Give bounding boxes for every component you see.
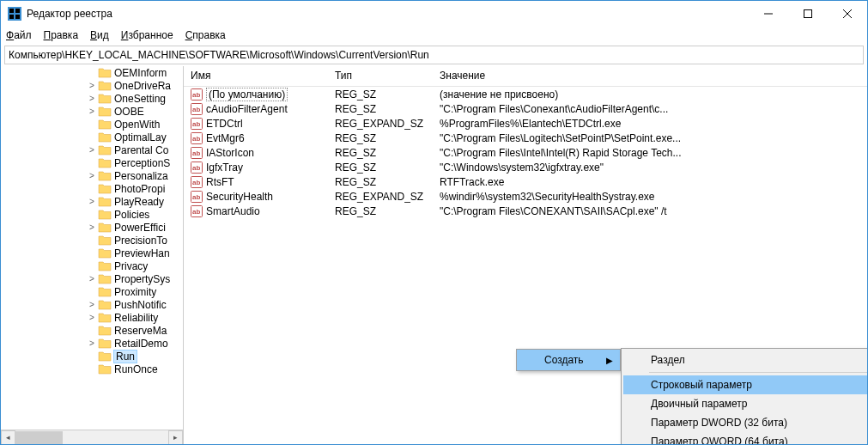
tree-item[interactable]: >PropertySys: [1, 272, 183, 285]
tree-item-label: Reliability: [114, 312, 158, 324]
cell-type: REG_SZ: [328, 205, 433, 217]
tree-item[interactable]: >OneSetting: [1, 92, 183, 105]
tree-item-label: OOBE: [114, 106, 144, 118]
tree-item-label: PrecisionTo: [114, 235, 167, 247]
minimize-button[interactable]: [749, 1, 788, 27]
cell-value: "C:\Program Files\Conexant\cAudioFilterA…: [433, 103, 867, 115]
ctx2-item[interactable]: Раздел: [623, 351, 867, 369]
folder-icon: [98, 93, 112, 104]
tree-item[interactable]: PerceptionS: [1, 156, 183, 169]
tree-item[interactable]: >RetailDemo: [1, 337, 183, 350]
tree-item[interactable]: >PlayReady: [1, 195, 183, 208]
maximize-button[interactable]: [788, 1, 828, 27]
chevron-right-icon[interactable]: >: [87, 274, 97, 283]
folder-icon: [98, 312, 112, 323]
menu-favorites[interactable]: Избранное: [121, 29, 173, 41]
tree-item[interactable]: OptimalLay: [1, 131, 183, 143]
tree-item[interactable]: >OOBE: [1, 105, 183, 118]
context-menu-2: РазделСтроковый параметрДвоичный парамет…: [621, 348, 867, 444]
menu-file[interactable]: Файл: [6, 29, 32, 41]
cell-type: REG_EXPAND_SZ: [328, 118, 433, 130]
folder-icon: [98, 299, 112, 310]
folder-icon: [98, 273, 112, 284]
tree-item[interactable]: >OneDriveRa: [1, 79, 183, 92]
tree-item[interactable]: PhotoPropi: [1, 182, 183, 195]
chevron-right-icon[interactable]: >: [87, 145, 97, 155]
ctx2-item[interactable]: Двоичный параметр: [623, 394, 867, 413]
close-button[interactable]: [828, 1, 867, 27]
menu-view[interactable]: Вид: [90, 29, 109, 41]
menu-edit[interactable]: Правка: [44, 29, 79, 41]
col-name[interactable]: Имя: [184, 66, 328, 86]
row-name: EvtMgr6: [206, 132, 245, 144]
row-name: IAStorIcon: [206, 147, 254, 159]
address-bar[interactable]: Компьютер\HKEY_LOCAL_MACHINE\SOFTWARE\Mi…: [4, 46, 864, 64]
chevron-right-icon[interactable]: >: [87, 81, 97, 90]
chevron-right-icon[interactable]: >: [87, 338, 97, 348]
chevron-right-icon[interactable]: >: [87, 171, 97, 180]
table-row[interactable]: cAudioFilterAgentREG_SZ"C:\Program Files…: [184, 101, 867, 116]
table-row[interactable]: RtsFTREG_SZRTFTrack.exe: [184, 174, 867, 189]
scroll-track[interactable]: [15, 430, 168, 445]
table-row[interactable]: EvtMgr6REG_SZ"C:\Program Files\Logitech\…: [184, 131, 867, 145]
ctx2-item[interactable]: Строковый параметр: [623, 375, 867, 394]
tree-item[interactable]: RunOnce: [1, 363, 183, 375]
col-value[interactable]: Значение: [433, 66, 867, 86]
tree-item[interactable]: ReserveMa: [1, 324, 183, 337]
cell-type: REG_EXPAND_SZ: [328, 191, 433, 203]
ctx2-item[interactable]: Параметр QWORD (64 бита): [623, 432, 867, 444]
cell-name: SecurityHealth: [184, 191, 328, 203]
cell-type: REG_SZ: [328, 162, 433, 174]
titlebar: Редактор реестра: [1, 1, 867, 27]
scroll-right-button[interactable]: ▸: [168, 430, 183, 445]
scroll-thumb[interactable]: [15, 431, 63, 444]
chevron-right-icon[interactable]: >: [87, 197, 97, 206]
tree-item[interactable]: >PowerEffici: [1, 221, 183, 234]
tree-item[interactable]: >Personaliza: [1, 169, 183, 182]
chevron-right-icon[interactable]: >: [87, 300, 97, 309]
chevron-right-icon[interactable]: >: [87, 222, 97, 232]
tree-item[interactable]: OpenWith: [1, 118, 183, 131]
submenu-arrow-icon: ▶: [606, 356, 613, 365]
tree-item[interactable]: >Reliability: [1, 311, 183, 324]
menu-help[interactable]: Справка: [185, 29, 226, 41]
scroll-left-button[interactable]: ◂: [1, 430, 15, 445]
list-rows[interactable]: (По умолчанию)REG_SZ(значение не присвое…: [184, 87, 867, 218]
folder-icon: [98, 157, 112, 168]
tree-item[interactable]: Policies: [1, 208, 183, 221]
cell-name: RtsFT: [184, 176, 328, 188]
tree-item-label: OptimalLay: [114, 131, 167, 143]
cell-value: "C:\Windows\system32\igfxtray.exe": [433, 162, 867, 174]
tree-item-label: PreviewHan: [114, 247, 170, 259]
tree-list[interactable]: OEMInform>OneDriveRa>OneSetting>OOBEOpen…: [1, 66, 183, 430]
ctx1-create[interactable]: Создать ▶: [517, 350, 620, 370]
cell-name: EvtMgr6: [184, 132, 328, 144]
row-name: RtsFT: [206, 176, 234, 188]
table-row[interactable]: (По умолчанию)REG_SZ(значение не присвое…: [184, 87, 867, 101]
chevron-right-icon[interactable]: >: [87, 313, 97, 322]
tree-item[interactable]: OEMInform: [1, 66, 183, 79]
tree-item-label: OneDriveRa: [114, 80, 171, 92]
row-name: SecurityHealth: [206, 191, 273, 203]
tree-hscroll[interactable]: ◂ ▸: [1, 430, 183, 444]
tree-item[interactable]: Proximity: [1, 285, 183, 298]
tree-item-label: Personaliza: [114, 170, 168, 182]
table-row[interactable]: IAStorIconREG_SZ"C:\Program Files\Intel\…: [184, 145, 867, 160]
table-row[interactable]: SmartAudioREG_SZ"C:\Program Files\CONEXA…: [184, 204, 867, 218]
col-type[interactable]: Тип: [328, 66, 433, 86]
tree-item[interactable]: Run: [1, 350, 183, 363]
table-row[interactable]: IgfxTrayREG_SZ"C:\Windows\system32\igfxt…: [184, 160, 867, 174]
tree-item[interactable]: PreviewHan: [1, 247, 183, 259]
ctx2-item[interactable]: Параметр DWORD (32 бита): [623, 413, 867, 432]
tree-item[interactable]: >Parental Co: [1, 143, 183, 156]
chevron-right-icon[interactable]: >: [87, 94, 97, 103]
tree-item[interactable]: Privacy: [1, 259, 183, 272]
tree-item-label: PerceptionS: [114, 157, 170, 169]
table-row[interactable]: ETDCtrlREG_EXPAND_SZ%ProgramFiles%\Elant…: [184, 116, 867, 131]
tree-item[interactable]: PrecisionTo: [1, 234, 183, 247]
cell-name: (По умолчанию): [184, 88, 328, 101]
table-row[interactable]: SecurityHealthREG_EXPAND_SZ%windir%\syst…: [184, 189, 867, 204]
tree-panel: OEMInform>OneDriveRa>OneSetting>OOBEOpen…: [1, 66, 184, 444]
chevron-right-icon[interactable]: >: [87, 107, 97, 116]
tree-item[interactable]: >PushNotific: [1, 298, 183, 311]
